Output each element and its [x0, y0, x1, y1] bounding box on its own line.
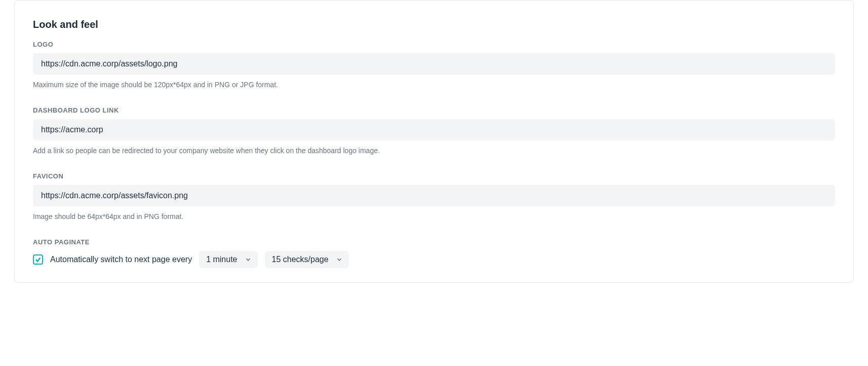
auto-paginate-checkbox[interactable] — [33, 254, 43, 265]
logo-help-text: Maximum size of the image should be 120p… — [33, 80, 835, 90]
favicon-field-group: FAVICON Image should be 64px*64px and in… — [33, 172, 835, 222]
auto-paginate-checkbox-label: Automatically switch to next page every — [50, 255, 192, 264]
interval-select-wrapper: 1 minute — [199, 251, 257, 268]
favicon-input[interactable] — [33, 185, 835, 206]
favicon-help-text: Image should be 64px*64px and in PNG for… — [33, 211, 835, 222]
logo-label: LOGO — [33, 41, 835, 48]
dashboard-logo-link-input[interactable] — [33, 119, 835, 140]
per-page-select-wrapper: 15 checks/page — [265, 251, 349, 268]
dashboard-logo-link-label: DASHBOARD LOGO LINK — [33, 106, 835, 114]
check-icon — [34, 256, 42, 263]
dashboard-logo-link-field-group: DASHBOARD LOGO LINK Add a link so people… — [33, 106, 835, 156]
logo-input[interactable] — [33, 53, 835, 75]
section-title: Look and feel — [33, 19, 835, 30]
per-page-select[interactable]: 15 checks/page — [265, 251, 349, 268]
favicon-label: FAVICON — [33, 172, 835, 180]
look-and-feel-card: Look and feel LOGO Maximum size of the i… — [14, 0, 854, 283]
auto-paginate-field-group: AUTO PAGINATE Automatically switch to ne… — [33, 238, 835, 268]
auto-paginate-label: AUTO PAGINATE — [33, 238, 835, 246]
interval-select[interactable]: 1 minute — [199, 251, 257, 268]
dashboard-logo-link-help-text: Add a link so people can be redirected t… — [33, 145, 835, 156]
auto-paginate-row: Automatically switch to next page every … — [33, 251, 835, 268]
logo-field-group: LOGO Maximum size of the image should be… — [33, 41, 835, 90]
